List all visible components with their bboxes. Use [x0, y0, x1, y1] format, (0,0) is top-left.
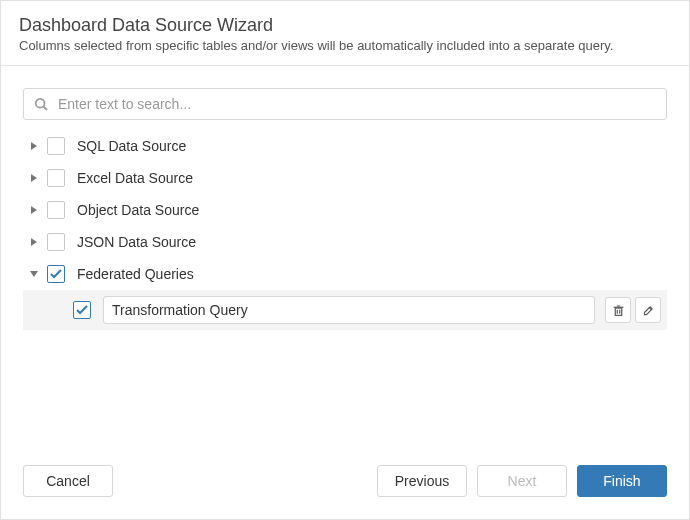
- node-label: Excel Data Source: [77, 170, 193, 186]
- wizard-dialog: Dashboard Data Source Wizard Columns sel…: [0, 0, 690, 520]
- svg-point-0: [36, 99, 45, 108]
- checkbox[interactable]: [47, 233, 65, 251]
- tree-node-json[interactable]: JSON Data Source: [23, 226, 667, 258]
- data-source-tree: SQL Data Source Excel Data Source Obje: [23, 130, 667, 447]
- expand-icon[interactable]: [29, 237, 39, 247]
- svg-line-1: [44, 107, 48, 111]
- svg-marker-2: [31, 142, 37, 150]
- previous-button[interactable]: Previous: [377, 465, 467, 497]
- edit-button[interactable]: [635, 297, 661, 323]
- checkbox[interactable]: [47, 201, 65, 219]
- expand-icon[interactable]: [29, 141, 39, 151]
- svg-rect-7: [615, 308, 622, 315]
- node-label: Federated Queries: [77, 266, 194, 282]
- checkbox[interactable]: [47, 169, 65, 187]
- query-name-input[interactable]: [103, 296, 595, 324]
- wizard-subtitle: Columns selected from specific tables an…: [19, 38, 671, 53]
- search-input[interactable]: [56, 95, 656, 113]
- tree-node-object[interactable]: Object Data Source: [23, 194, 667, 226]
- wizard-header: Dashboard Data Source Wizard Columns sel…: [1, 1, 689, 66]
- search-box[interactable]: [23, 88, 667, 120]
- cancel-button[interactable]: Cancel: [23, 465, 113, 497]
- tree-node-excel[interactable]: Excel Data Source: [23, 162, 667, 194]
- trash-icon: [612, 304, 625, 317]
- pencil-icon: [642, 304, 655, 317]
- checkbox[interactable]: [47, 265, 65, 283]
- tree-node-sql[interactable]: SQL Data Source: [23, 130, 667, 162]
- svg-marker-5: [31, 238, 37, 246]
- expand-icon[interactable]: [29, 205, 39, 215]
- collapse-icon[interactable]: [29, 269, 39, 279]
- node-label: Object Data Source: [77, 202, 199, 218]
- delete-button[interactable]: [605, 297, 631, 323]
- search-icon: [34, 97, 48, 111]
- checkbox[interactable]: [47, 137, 65, 155]
- svg-marker-3: [31, 174, 37, 182]
- expand-icon[interactable]: [29, 173, 39, 183]
- checkbox[interactable]: [73, 301, 91, 319]
- tree-child-transformation: [23, 290, 667, 330]
- wizard-footer: Cancel Previous Next Finish: [1, 447, 689, 519]
- wizard-title: Dashboard Data Source Wizard: [19, 15, 671, 36]
- svg-marker-4: [31, 206, 37, 214]
- node-label: JSON Data Source: [77, 234, 196, 250]
- wizard-body: SQL Data Source Excel Data Source Obje: [1, 66, 689, 447]
- node-label: SQL Data Source: [77, 138, 186, 154]
- finish-button[interactable]: Finish: [577, 465, 667, 497]
- svg-marker-6: [30, 271, 38, 277]
- next-button: Next: [477, 465, 567, 497]
- tree-node-federated[interactable]: Federated Queries: [23, 258, 667, 290]
